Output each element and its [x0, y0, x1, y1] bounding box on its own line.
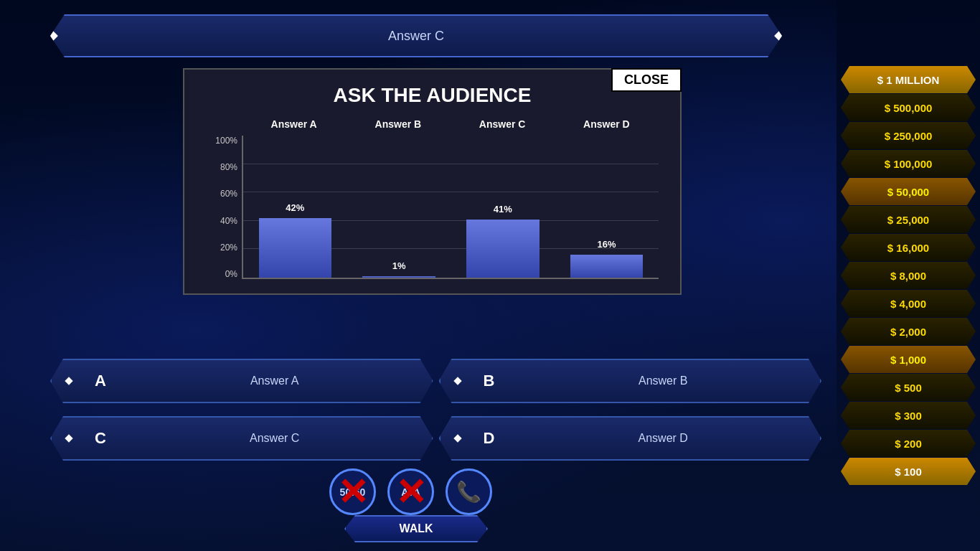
col-label-a: Answer A [242, 118, 346, 130]
walk-label: WALK [399, 522, 433, 535]
money-ladder: $ 1 MILLION$ 500,000$ 250,000$ 100,000$ … [837, 0, 980, 551]
answer-b-letter: B [484, 372, 495, 390]
diamond-b-icon [453, 377, 461, 385]
money-item-5: $ 25,000 [841, 206, 976, 233]
bar-d: 16% [570, 255, 643, 278]
money-item-9: $ 2,000 [841, 318, 976, 345]
lifeline-fifty-fifty-label: 50:50 [340, 486, 366, 498]
phone-icon: 📞 [456, 480, 481, 504]
bars-area: 42% 1% 41% [242, 136, 659, 279]
money-item-12: $ 300 [841, 402, 976, 429]
money-item-13: $ 200 [841, 430, 976, 457]
lifeline-phone-friend[interactable]: 📞 [446, 468, 492, 515]
bar-chart-column-labels: Answer A Answer B Answer C Answer D [242, 118, 659, 130]
walk-button[interactable]: WALK [344, 515, 488, 542]
bar-c: 41% [466, 220, 539, 278]
money-item-3: $ 100,000 [841, 150, 976, 177]
y-label-80: 80% [220, 162, 237, 172]
answers-row-2: C Answer C D Answer D [50, 416, 821, 461]
y-label-0: 0% [225, 269, 237, 279]
answer-b-text: Answer B [506, 375, 820, 387]
bar-group-a: 42% [243, 136, 347, 278]
money-item-11: $ 500 [841, 374, 976, 401]
bar-chart-body: 100% 80% 60% 40% 20% 0% [206, 136, 659, 279]
bar-a-label: 42% [286, 202, 304, 213]
money-item-6: $ 16,000 [841, 234, 976, 261]
answer-c-button[interactable]: C Answer C [50, 416, 433, 461]
answer-c-letter: C [95, 429, 106, 448]
bar-group-d: 16% [555, 136, 659, 278]
y-label-100: 100% [215, 136, 237, 146]
bar-group-c: 41% [451, 136, 555, 278]
answer-a-button[interactable]: A Answer A [50, 359, 433, 403]
lifeline-fifty-fifty[interactable]: 50:50 [329, 468, 376, 515]
answer-a-letter: A [95, 372, 106, 390]
bar-b: 1% [362, 276, 435, 278]
col-label-d: Answer D [555, 118, 659, 130]
audience-title: ASK THE AUDIENCE [206, 84, 659, 107]
bar-b-label: 1% [392, 260, 406, 271]
question-hexagon: Answer C [50, 14, 782, 57]
question-box: Answer C [50, 14, 782, 57]
y-axis: 100% 80% 60% 40% 20% 0% [206, 136, 242, 279]
answers-row-1: A Answer A B Answer B [50, 359, 821, 403]
money-item-7: $ 8,000 [841, 262, 976, 289]
lifelines-row: 50:50 ATA 📞 [0, 468, 821, 515]
diamond-c-icon [65, 434, 72, 442]
diamond-left-icon [44, 29, 58, 43]
money-item-0: $ 1 MILLION [841, 66, 976, 93]
answer-b-button[interactable]: B Answer B [439, 359, 822, 403]
money-item-8: $ 4,000 [841, 290, 976, 317]
answer-d-button[interactable]: D Answer D [439, 416, 822, 461]
close-button[interactable]: CLOSE [611, 68, 682, 92]
bar-group-b: 1% [347, 136, 451, 278]
diamond-a-icon [65, 377, 72, 385]
bar-d-label: 16% [598, 239, 616, 250]
bar-c-label: 41% [494, 204, 512, 215]
diamond-d-icon [453, 434, 461, 442]
money-item-14: $ 100 [841, 458, 976, 485]
answer-d-letter: D [484, 429, 495, 448]
bar-chart: Answer A Answer B Answer C Answer D 100%… [206, 118, 659, 279]
bar-a: 42% [259, 218, 331, 278]
lifeline-ask-audience-label: ATA [401, 486, 420, 498]
diamond-right-icon [774, 29, 788, 43]
audience-popup: CLOSE ASK THE AUDIENCE Answer A Answer B… [183, 68, 682, 295]
col-label-b: Answer B [346, 118, 450, 130]
money-item-2: $ 250,000 [841, 122, 976, 149]
money-item-4: $ 50,000 [841, 178, 976, 205]
col-label-c: Answer C [451, 118, 555, 130]
answer-d-text: Answer D [506, 432, 820, 445]
y-label-40: 40% [220, 216, 237, 226]
answer-c-text: Answer C [118, 432, 432, 445]
y-label-20: 20% [220, 242, 237, 253]
main-area: Answer C CLOSE ASK THE AUDIENCE Answer A… [0, 0, 832, 551]
question-text: Answer C [388, 29, 444, 44]
y-label-60: 60% [220, 189, 237, 199]
money-item-1: $ 500,000 [841, 94, 976, 121]
lifeline-ask-audience[interactable]: ATA [387, 468, 434, 515]
money-item-10: $ 1,000 [841, 346, 976, 373]
answer-a-text: Answer A [118, 375, 432, 387]
